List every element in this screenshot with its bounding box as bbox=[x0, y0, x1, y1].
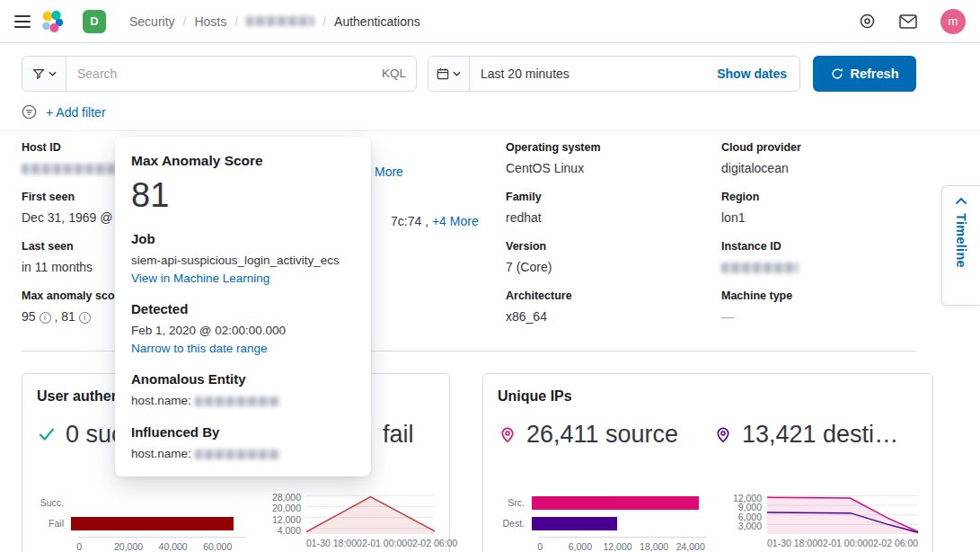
axis-tick-label: 28,000 bbox=[272, 493, 301, 503]
search-input[interactable] bbox=[66, 56, 417, 92]
axis-tick-label: 01-30 18:00 bbox=[767, 539, 817, 548]
narrow-date-range-link[interactable]: Narrow to this date range bbox=[131, 342, 268, 355]
saved-query-menu-button[interactable] bbox=[22, 56, 66, 92]
area-chart-body: 28,00020,00012,0004,000 bbox=[267, 493, 435, 534]
bar-row: Src. bbox=[498, 493, 706, 513]
card-title: Unique IPs bbox=[498, 388, 918, 405]
axis-tick-label: 12,000 bbox=[272, 515, 301, 525]
field-label: Machine type bbox=[721, 289, 916, 303]
influencer-field-name: host.name: bbox=[131, 447, 191, 460]
ips-charts-row: Src.Dest.06,00012,00018,00024,000 12,000… bbox=[498, 493, 918, 551]
axis-tick-label: 12,000 bbox=[604, 542, 632, 552]
mac-fragment-text: 7c:74 , bbox=[391, 214, 428, 228]
host-overview-col4: Cloud provider digitalocean Region lon1 … bbox=[721, 140, 916, 338]
detected-heading: Detected bbox=[131, 301, 355, 316]
axis-tick-label: 40,000 bbox=[159, 542, 188, 552]
area-chart-body: 12,0009,0006,0003,000 bbox=[728, 493, 918, 534]
auth-charts-row: Succ.Fail020,00040,00060,000 28,00020,00… bbox=[37, 493, 435, 551]
x-axis: 01-30 18:0002-01 00:0002-02 06:00 bbox=[306, 534, 435, 548]
user-avatar[interactable]: m bbox=[940, 9, 966, 34]
map-pin-icon bbox=[713, 424, 733, 444]
filter-funnel-icon bbox=[32, 67, 45, 80]
space-avatar[interactable]: D bbox=[83, 10, 106, 33]
info-icon[interactable]: i bbox=[40, 312, 51, 324]
ip-addresses-more-link[interactable]: More bbox=[375, 165, 403, 179]
bar-category-label: Src. bbox=[498, 498, 532, 508]
bar-track bbox=[532, 517, 706, 530]
filter-bar: + Add filter bbox=[22, 104, 916, 120]
field-label: Instance ID bbox=[721, 239, 916, 254]
field-label: Version bbox=[506, 239, 721, 254]
axis-tick-label: 01-30 18:00 bbox=[306, 539, 357, 548]
refresh-button[interactable]: Refresh bbox=[813, 56, 916, 92]
bar-category-label: Dest. bbox=[498, 519, 532, 529]
host-overview-col3: Operating system CentOS Linux Family red… bbox=[506, 140, 721, 338]
breadcrumb-hosts[interactable]: Hosts bbox=[194, 14, 226, 29]
view-in-ml-link[interactable]: View in Machine Learning bbox=[131, 272, 269, 285]
area-chart-svg bbox=[767, 493, 918, 534]
axis-tick-label: 60,000 bbox=[203, 542, 232, 552]
anomalous-entity-heading: Anomalous Entity bbox=[131, 371, 355, 387]
filter-menu-icon[interactable] bbox=[22, 104, 37, 120]
chevron-down-icon bbox=[49, 71, 57, 76]
field-label: Family bbox=[506, 190, 721, 204]
timeline-tab-label: Timeline bbox=[954, 213, 968, 268]
time-range-value[interactable]: Last 20 minutes bbox=[470, 67, 717, 81]
breadcrumb-security[interactable]: Security bbox=[129, 14, 175, 29]
header-actions: m bbox=[859, 9, 966, 34]
field-label: Operating system bbox=[506, 140, 721, 155]
bar bbox=[532, 496, 699, 510]
x-axis: 020,00040,00060,000 bbox=[78, 537, 245, 551]
breadcrumb-separator: / bbox=[234, 14, 238, 29]
axis-tick-label: 02-02 06:00 bbox=[868, 539, 918, 548]
field-value: redhat bbox=[506, 209, 721, 226]
date-picker: Last 20 minutes Show dates bbox=[428, 56, 800, 92]
field-family: Family redhat bbox=[506, 190, 721, 226]
entity-field-name: host.name: bbox=[131, 394, 191, 407]
axis-tick-label: 3,000 bbox=[738, 521, 762, 531]
help-icon[interactable] bbox=[859, 13, 876, 30]
anomaly-score-95[interactable]: 95 bbox=[22, 309, 36, 324]
axis-tick-label: 20,000 bbox=[272, 503, 301, 513]
bar-track bbox=[532, 496, 706, 510]
influencer-redacted-value bbox=[195, 450, 280, 459]
breadcrumb-hostname-redacted[interactable] bbox=[246, 16, 314, 26]
info-icon[interactable]: i bbox=[79, 312, 91, 324]
popover-title: Max Anomaly Score bbox=[131, 153, 355, 169]
elastic-logo[interactable] bbox=[40, 9, 65, 34]
axis-tick-label: 0 bbox=[537, 542, 543, 552]
date-picker-menu-button[interactable] bbox=[428, 57, 470, 91]
timeline-flyout-tab[interactable]: Timeline bbox=[941, 185, 980, 306]
refresh-button-label: Refresh bbox=[851, 67, 899, 81]
field-label: Architecture bbox=[506, 289, 721, 303]
mac-more-link[interactable]: +4 More bbox=[432, 214, 479, 228]
field-value: x86_64 bbox=[506, 308, 721, 325]
anomalous-entity-value: host.name: bbox=[131, 392, 355, 409]
bar-category-label: Fail bbox=[37, 519, 71, 529]
breadcrumb-authentications: Authentications bbox=[334, 14, 420, 29]
auth-bar-chart: Succ.Fail020,00040,00060,000 bbox=[37, 493, 245, 551]
field-operating-system: Operating system CentOS Linux bbox=[506, 140, 721, 176]
ips-stats-row: 26,411 source 13,421 destinations bbox=[498, 417, 918, 451]
field-region: Region lon1 bbox=[721, 190, 916, 226]
kql-badge[interactable]: KQL bbox=[382, 67, 406, 80]
menu-hamburger-icon[interactable] bbox=[14, 15, 31, 28]
destination-ips-stat: 13,421 destinations bbox=[713, 421, 918, 449]
influenced-by-heading: Influenced By bbox=[131, 424, 355, 440]
field-cloud-provider: Cloud provider digitalocean bbox=[721, 140, 916, 176]
axis-tick-label: 02-02 06:00 bbox=[407, 539, 457, 548]
timeline-expand-icon bbox=[956, 197, 967, 204]
show-dates-link[interactable]: Show dates bbox=[717, 67, 799, 81]
query-bar: KQL Last 20 minutes Show dates Refresh bbox=[22, 56, 916, 92]
bar-track bbox=[71, 517, 245, 530]
anomaly-score-value: 81 bbox=[131, 176, 355, 216]
plot-area bbox=[306, 493, 435, 534]
ips-area-chart: 12,0009,0006,0003,00001-30 18:0002-01 00… bbox=[728, 493, 918, 551]
plot-area bbox=[767, 493, 918, 534]
anomaly-score-81[interactable]: 81 bbox=[61, 309, 75, 324]
newsfeed-mail-icon[interactable] bbox=[899, 14, 917, 29]
bar-category-label: Succ. bbox=[37, 498, 71, 508]
add-filter-link[interactable]: + Add filter bbox=[46, 105, 106, 120]
fail-stat-text: fail bbox=[383, 421, 414, 449]
top-bar: D Security / Hosts / / Authentications m bbox=[0, 0, 980, 43]
